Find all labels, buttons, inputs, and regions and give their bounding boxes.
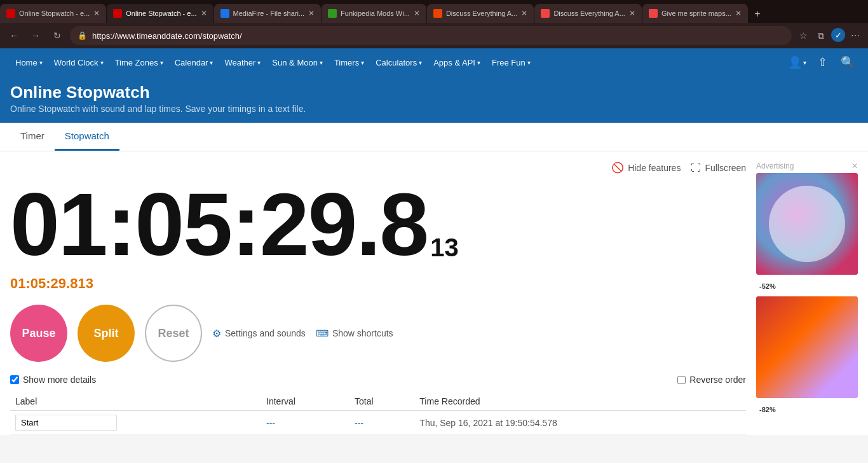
row-label: [10, 411, 261, 435]
hide-features-label: Hide features: [628, 163, 681, 173]
settings-link[interactable]: ⚙ Settings and sounds: [212, 328, 306, 340]
tab-title: MediaFire - File shari...: [233, 10, 304, 17]
nav-time-zones-label: Time Zones: [115, 58, 158, 67]
main-content: 🚫 Hide features ⛶ Fullscreen 01:05:29. 8…: [0, 151, 868, 435]
ad-badge-1: -52%: [756, 281, 779, 291]
big-time-hundredths: 13: [430, 235, 459, 260]
back-button[interactable]: ←: [5, 27, 23, 45]
tab-close-icon[interactable]: ✕: [629, 9, 635, 18]
tab-favicon: [220, 9, 229, 18]
col-time-recorded: Time Recorded: [414, 392, 746, 411]
nav-apps-api[interactable]: Apps & API ▾: [428, 48, 485, 76]
big-time-tenths: 8: [379, 180, 428, 269]
browser-tab[interactable]: Online Stopwatch - e... ✕: [0, 4, 106, 23]
reverse-order-label[interactable]: Reverse order: [677, 375, 746, 385]
tab-title: Online Stopwatch - e...: [19, 10, 90, 17]
browser-tab-active[interactable]: Online Stopwatch - e... ✕: [107, 4, 213, 23]
nav-world-clock-label: World Clock: [54, 58, 98, 67]
browser-tab[interactable]: MediaFire - File shari... ✕: [214, 4, 321, 23]
new-tab-button[interactable]: +: [749, 5, 766, 23]
nav-free-fun-chevron: ▾: [527, 59, 531, 66]
profile-icon[interactable]: ✓: [831, 28, 845, 42]
ad-image-2[interactable]: [756, 296, 858, 398]
nav-sun-moon-chevron: ▾: [320, 59, 323, 66]
tab-title: Online Stopwatch - e...: [126, 10, 196, 17]
tab-close-icon[interactable]: ✕: [308, 9, 315, 18]
row-time-recorded: Thu, Sep 16, 2021 at 19:50:54.578: [414, 411, 746, 435]
browser-tab[interactable]: Discuss Everything A... ✕: [427, 4, 534, 23]
hide-features-icon: 🚫: [611, 162, 624, 174]
col-label: Label: [10, 392, 261, 411]
small-timer-display: 01:05:29.813: [10, 275, 746, 292]
tab-favicon: [649, 9, 658, 18]
tab-close-icon[interactable]: ✕: [735, 9, 742, 18]
page-title: Online Stopwatch: [10, 83, 858, 102]
url-input[interactable]: [92, 31, 784, 41]
forward-button[interactable]: →: [27, 27, 44, 45]
split-button[interactable]: Split: [78, 305, 135, 362]
reload-button[interactable]: ↻: [48, 27, 66, 45]
user-chevron: ▾: [803, 59, 806, 66]
ad-box-1-wrapper[interactable]: -52%: [756, 173, 858, 291]
details-row: Show more details Reverse order: [10, 375, 746, 385]
tab-close-icon[interactable]: ✕: [414, 9, 420, 18]
stopwatch-area: 🚫 Hide features ⛶ Fullscreen 01:05:29. 8…: [10, 162, 746, 435]
nav-world-clock-chevron: ▾: [100, 59, 104, 66]
nav-sun-moon[interactable]: Sun & Moon ▾: [267, 48, 328, 76]
share-icon[interactable]: ⇧: [812, 52, 832, 73]
tab-close-icon[interactable]: ✕: [521, 9, 527, 18]
pause-button[interactable]: Pause: [10, 305, 67, 362]
reverse-order-checkbox[interactable]: [677, 376, 686, 384]
hide-features-link[interactable]: 🚫 Hide features: [611, 162, 681, 174]
settings-label: Settings and sounds: [225, 328, 306, 338]
nav-home[interactable]: Home ▾: [10, 48, 48, 76]
favorites-icon[interactable]: ☆: [796, 28, 811, 43]
more-options-icon[interactable]: ⋯: [848, 28, 863, 43]
big-timer-display: 01:05:29. 8 13: [10, 180, 746, 269]
gear-icon: ⚙: [212, 328, 221, 340]
col-interval: Interval: [261, 392, 349, 411]
browser-tab[interactable]: Give me sprite maps... ✕: [642, 4, 748, 23]
show-more-details-checkbox[interactable]: [10, 375, 19, 384]
browser-tab[interactable]: Funkipedia Mods Wi... ✕: [322, 4, 426, 23]
shortcuts-link[interactable]: ⌨ Show shortcuts: [316, 328, 393, 338]
advertising-label: Advertising: [756, 162, 794, 170]
col-total: Total: [349, 392, 414, 411]
browser-window: Online Stopwatch - e... ✕ Online Stopwat…: [0, 0, 868, 435]
fullscreen-link[interactable]: ⛶ Fullscreen: [691, 162, 746, 174]
reset-button[interactable]: Reset: [145, 305, 202, 362]
tab-favicon: [433, 9, 442, 18]
control-buttons-row: Pause Split Reset ⚙ Settings and sounds …: [10, 305, 746, 362]
nav-home-chevron: ▾: [39, 59, 43, 66]
nav-right-icons: 👤 ▾ ⇧ 🔍: [787, 52, 858, 73]
site-nav: Home ▾ World Clock ▾ Time Zones ▾ Calend…: [0, 48, 868, 76]
nav-weather[interactable]: Weather ▾: [219, 48, 266, 76]
nav-time-zones-chevron: ▾: [160, 59, 163, 66]
address-bar[interactable]: 🔒: [70, 26, 792, 45]
nav-sun-moon-label: Sun & Moon: [272, 58, 318, 67]
ad-close-icon[interactable]: ✕: [851, 162, 858, 170]
ad-image-1[interactable]: [756, 173, 858, 275]
tab-title: Discuss Everything A...: [446, 10, 518, 17]
tab-timer[interactable]: Timer: [10, 123, 55, 151]
nav-calendar-label: Calendar: [175, 58, 208, 67]
nav-timers[interactable]: Timers ▾: [329, 48, 369, 76]
collections-icon[interactable]: ⧉: [813, 28, 829, 43]
nav-calculators[interactable]: Calculators ▾: [370, 48, 427, 76]
nav-home-label: Home: [15, 58, 37, 67]
row-label-input[interactable]: [15, 415, 117, 431]
nav-time-zones[interactable]: Time Zones ▾: [110, 48, 168, 76]
nav-calendar[interactable]: Calendar ▾: [170, 48, 219, 76]
nav-world-clock[interactable]: World Clock ▾: [49, 48, 109, 76]
show-more-details-label[interactable]: Show more details: [10, 375, 96, 385]
tab-close-icon[interactable]: ✕: [93, 9, 100, 18]
tab-close-icon[interactable]: ✕: [201, 9, 207, 18]
row-total: ---: [349, 411, 414, 435]
search-icon[interactable]: 🔍: [837, 52, 858, 73]
ad-box-2-wrapper[interactable]: -82%: [756, 296, 858, 415]
ad-sidebar: Advertising ✕ -52% -82%: [756, 162, 858, 435]
user-icon[interactable]: 👤 ▾: [787, 52, 807, 73]
browser-tab[interactable]: Discuss Everything A... ✕: [534, 4, 642, 23]
tab-stopwatch[interactable]: Stopwatch: [55, 123, 119, 151]
nav-free-fun[interactable]: Free Fun ▾: [487, 48, 536, 76]
